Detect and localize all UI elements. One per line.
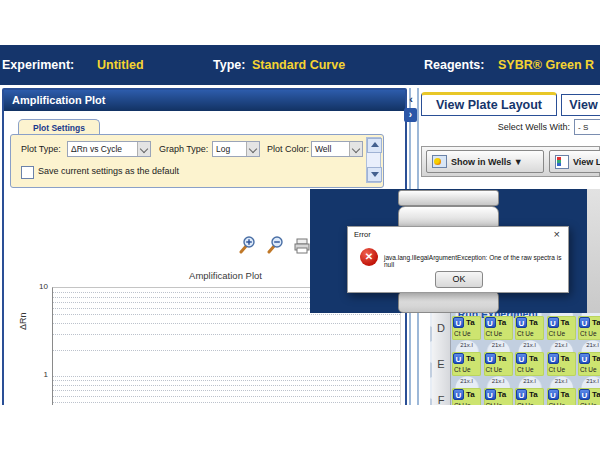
zoom-out-icon[interactable]	[266, 236, 284, 254]
save-default-checkbox[interactable]	[21, 166, 34, 179]
tab-view-next[interactable]: View	[561, 94, 600, 116]
well-detail-label: Ct Ue	[580, 366, 597, 373]
well-cell[interactable]: UTaCt Ue	[452, 316, 481, 340]
error-dialog: Error × ✕ java.lang.IllegalArgumentExcep…	[347, 226, 569, 293]
row-label-E: E	[432, 352, 450, 376]
well-cell[interactable]: UTaCt Ue	[578, 352, 600, 376]
well-sample-label: 21x.l	[547, 378, 576, 384]
well-target-label: Ta	[592, 354, 600, 363]
well-detail-label: Ct Ue	[549, 330, 566, 337]
well-target-label: Ta	[466, 390, 475, 399]
task-unknown-icon: U	[485, 389, 496, 400]
view-legend-button[interactable]: View L	[549, 150, 600, 173]
instrument-button[interactable]	[398, 190, 499, 206]
well-cell[interactable]: UTaCt Ue	[578, 316, 600, 340]
well-sample-label: 21x.l	[547, 342, 576, 348]
task-unknown-icon: U	[485, 353, 496, 364]
chevron-down-icon[interactable]	[349, 142, 362, 156]
settings-scrollbar[interactable]	[366, 137, 381, 183]
graph-type-label: Graph Type:	[159, 144, 208, 154]
type-label: Type:	[213, 45, 245, 85]
view-table-icon	[555, 155, 569, 169]
well-detail-label: Ct Ue	[517, 330, 534, 337]
well-sample-label: 21x.l	[452, 342, 481, 348]
graph-type-select[interactable]: Log	[212, 141, 260, 157]
task-unknown-icon: U	[516, 317, 527, 328]
ok-button[interactable]: OK	[435, 271, 483, 288]
well-cell[interactable]: UTaCt Ue	[515, 388, 544, 405]
reagents-value: SYBR® Green R	[498, 45, 594, 85]
well-target-label: Ta	[498, 318, 507, 327]
well-cell[interactable]: UTaCt Ue	[484, 316, 513, 340]
row-label-F: F	[432, 388, 450, 405]
well-sample-label: 21x.l	[515, 378, 544, 384]
error-dialog-title: Error	[354, 230, 371, 239]
well-cell[interactable]: UTaCt Ue	[515, 352, 544, 376]
plot-settings-box: Plot Type: ΔRn vs Cycle Graph Type: Log …	[10, 134, 384, 188]
well-cell[interactable]: UTaCt Ue	[515, 316, 544, 340]
plot-type-select[interactable]: ΔRn vs Cycle	[67, 141, 151, 157]
print-icon[interactable]	[293, 237, 311, 255]
well-cell[interactable]: UTaCt Ue	[547, 388, 576, 405]
task-unknown-icon: U	[516, 353, 527, 364]
instrument-button[interactable]	[398, 291, 499, 313]
show-in-wells-label: Show in Wells ▼	[451, 157, 523, 167]
well-cell[interactable]: UTaCt Ue	[578, 388, 600, 405]
y-tick-1: 1	[32, 370, 48, 379]
well-target-label: Ta	[561, 390, 570, 399]
well-sample-label: 21x.l	[515, 342, 544, 348]
task-unknown-icon: U	[579, 389, 590, 400]
show-in-wells-button[interactable]: Show in Wells ▼	[426, 150, 544, 173]
y-tick-10: 10	[32, 282, 48, 291]
well-sample-label: 21x.l	[452, 378, 481, 384]
well-target-label: Ta	[529, 390, 538, 399]
graph-type-value: Log	[216, 144, 230, 154]
scroll-up-icon[interactable]	[367, 138, 382, 153]
task-unknown-icon: U	[548, 353, 559, 364]
scroll-down-icon[interactable]	[367, 167, 382, 182]
well-cell[interactable]: UTaCt Ue	[452, 352, 481, 376]
task-unknown-icon: U	[548, 317, 559, 328]
gridline	[53, 390, 400, 391]
error-icon: ✕	[360, 248, 378, 266]
gridline	[53, 314, 400, 315]
well-sample-label: 21x.l	[484, 378, 513, 384]
type-value: Standard Curve	[252, 45, 345, 85]
well-cell[interactable]: UTaCt Ue	[484, 352, 513, 376]
plot-color-value: Well	[315, 144, 331, 154]
chevron-down-icon[interactable]	[137, 142, 150, 156]
chevron-down-icon[interactable]	[246, 142, 259, 156]
well-target-label: Ta	[498, 390, 507, 399]
well-detail-label: Ct Ue	[517, 402, 534, 405]
collapse-left-icon[interactable]: ‹	[405, 93, 417, 106]
well-detail-label: Ct Ue	[549, 366, 566, 373]
well-detail-label: Ct Ue	[517, 366, 534, 373]
well-cell[interactable]: UTaCt Ue	[547, 352, 576, 376]
screenshot-root: Experiment: Untitled Type: Standard Curv…	[0, 0, 600, 450]
plot-color-label: Plot Color:	[267, 144, 309, 154]
y-axis-label: ΔRn	[18, 312, 28, 330]
close-icon[interactable]: ×	[554, 229, 560, 240]
plot-type-label: Plot Type:	[21, 144, 61, 154]
select-wells-dropdown[interactable]: - S	[574, 119, 600, 135]
expand-right-icon[interactable]: ›	[404, 108, 417, 122]
well-target-label: Ta	[592, 318, 600, 327]
gridline	[53, 380, 400, 381]
plot-color-select[interactable]: Well	[311, 141, 363, 157]
zoom-in-icon[interactable]	[238, 236, 256, 254]
wells-grid-icon	[432, 155, 447, 168]
well-cell[interactable]: UTaCt Ue	[484, 388, 513, 405]
well-target-label: Ta	[561, 354, 570, 363]
gridline	[53, 323, 400, 324]
task-unknown-icon: U	[453, 389, 464, 400]
well-detail-label: Ct Ue	[454, 330, 471, 337]
tab-view-plate-layout[interactable]: View Plate Layout	[421, 92, 557, 116]
experiment-header-bar: Experiment: Untitled Type: Standard Curv…	[0, 45, 600, 85]
select-wells-label: Select Wells With:	[430, 122, 570, 132]
well-detail-label: Ct Ue	[486, 402, 503, 405]
plate-grid: Run Experiment DEF UTaCt Ue21x.lUTaCt Ue…	[430, 300, 600, 405]
gridline	[53, 396, 400, 397]
well-cell[interactable]: UTaCt Ue	[547, 316, 576, 340]
task-unknown-icon: U	[453, 353, 464, 364]
well-cell[interactable]: UTaCt Ue	[452, 388, 481, 405]
